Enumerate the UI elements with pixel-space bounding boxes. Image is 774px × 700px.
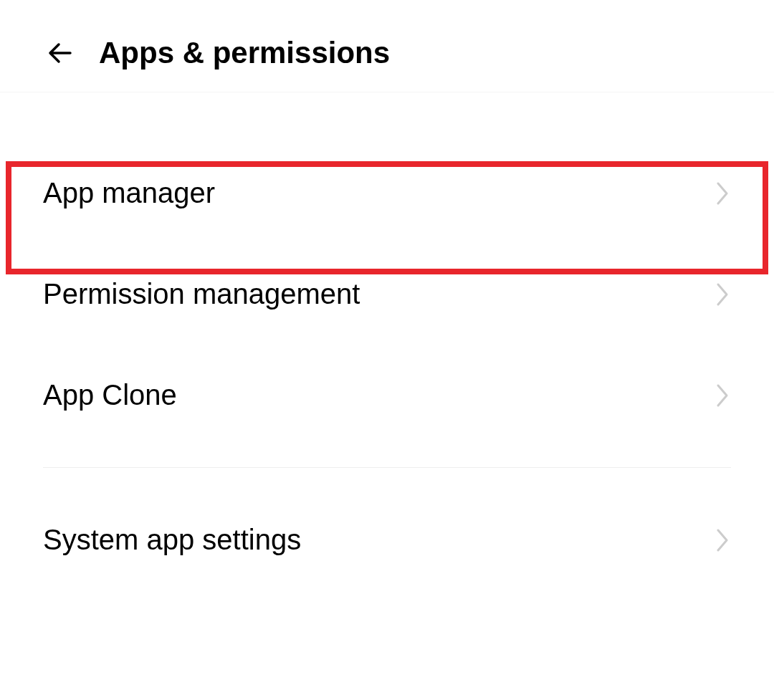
arrow-left-icon (43, 36, 77, 70)
header: Apps & permissions (0, 0, 774, 92)
list-item-label: App manager (43, 177, 215, 209)
list-item-system-app-settings[interactable]: System app settings (0, 489, 774, 590)
page-title: Apps & permissions (99, 36, 390, 70)
chevron-right-icon (714, 185, 731, 202)
chevron-right-icon (714, 286, 731, 303)
list-item-permission-management[interactable]: Permission management (0, 244, 774, 345)
list-item-label: Permission management (43, 278, 360, 310)
list-item-label: App Clone (43, 379, 177, 411)
content-list: App manager Permission management App Cl… (0, 92, 774, 590)
chevron-right-icon (714, 532, 731, 549)
list-item-app-manager[interactable]: App manager (0, 143, 774, 244)
list-item-app-clone[interactable]: App Clone (0, 345, 774, 446)
back-icon[interactable] (43, 36, 77, 70)
chevron-right-icon (714, 387, 731, 404)
list-item-label: System app settings (43, 524, 301, 556)
divider (43, 467, 731, 468)
